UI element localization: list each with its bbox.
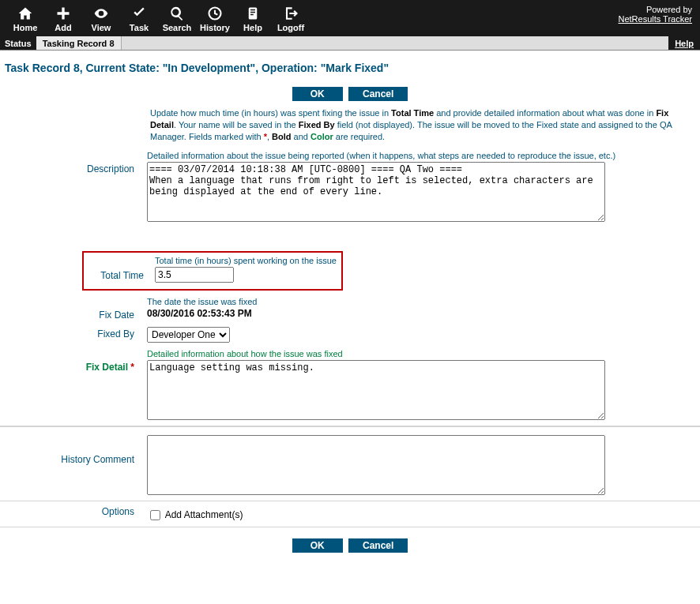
history-comment-textarea[interactable] xyxy=(147,435,605,495)
svg-rect-4 xyxy=(250,13,254,15)
description-hint: Detailed information about the issue bei… xyxy=(147,151,695,160)
logoff-icon xyxy=(282,5,299,22)
ok-button-bottom[interactable]: OK xyxy=(292,538,343,553)
plus-icon xyxy=(55,5,71,22)
home-button[interactable]: Home xyxy=(6,0,44,36)
cancel-button-top[interactable]: Cancel xyxy=(348,87,408,101)
status-tab[interactable]: Status xyxy=(0,36,36,50)
form-table-2: Fix Date The date the issue was fixed 08… xyxy=(0,294,700,527)
sub-toolbar: Status Tasking Record 8 Help xyxy=(0,36,700,51)
record-tab[interactable]: Tasking Record 8 xyxy=(36,36,122,50)
eye-icon xyxy=(92,5,111,22)
cancel-button-bottom[interactable]: Cancel xyxy=(348,538,408,553)
total-time-group: Total Time Total time (in hours) spent w… xyxy=(82,251,343,291)
instructions: Update how much time (in hours) was spen… xyxy=(0,106,700,148)
help-icon xyxy=(246,5,260,22)
history-comment-label: History Comment xyxy=(0,426,142,501)
view-button[interactable]: View xyxy=(82,0,120,36)
task-button[interactable]: Task xyxy=(120,0,158,36)
description-textarea[interactable]: ==== 03/07/2014 10:18:38 AM [UTC-0800] =… xyxy=(147,162,605,222)
check-icon xyxy=(130,5,148,22)
svg-rect-2 xyxy=(250,9,255,10)
add-attachment-checkbox[interactable] xyxy=(150,510,160,520)
search-icon xyxy=(169,5,185,22)
clock-icon xyxy=(207,5,223,22)
total-time-hint: Total time (in hours) spent working on t… xyxy=(155,256,337,265)
powered-by: Powered by NetResults Tracker xyxy=(618,5,692,24)
fix-date-value: 08/30/2016 02:53:43 PM xyxy=(147,308,695,319)
fix-detail-textarea[interactable]: Language setting was missing. xyxy=(147,360,605,420)
search-button[interactable]: Search xyxy=(158,0,196,36)
fix-detail-hint: Detailed information about how the issue… xyxy=(147,349,695,358)
ok-button-top[interactable]: OK xyxy=(292,87,343,101)
form-table: Description Detailed information about t… xyxy=(0,148,700,251)
button-row-bottom: OK Cancel xyxy=(0,538,700,553)
help-button[interactable]: Help xyxy=(234,0,272,36)
fix-date-label: Fix Date xyxy=(0,294,142,324)
page-title: Task Record 8, Current State: "In Develo… xyxy=(0,51,700,82)
fixed-by-select[interactable]: Developer One xyxy=(147,327,230,343)
add-attachment-label: Add Attachment(s) xyxy=(165,509,243,520)
history-button[interactable]: History xyxy=(196,0,234,36)
home-icon xyxy=(17,5,34,22)
fix-date-hint: The date the issue was fixed xyxy=(147,297,695,306)
netresults-link[interactable]: NetResults Tracker xyxy=(618,14,692,24)
total-time-input[interactable] xyxy=(155,267,234,283)
help-link[interactable]: Help xyxy=(668,36,700,50)
fix-detail-label: Fix Detail xyxy=(86,362,128,373)
svg-rect-3 xyxy=(250,11,255,13)
fixed-by-label: Fixed By xyxy=(0,324,142,346)
options-label: Options xyxy=(0,501,142,527)
main-toolbar: Home Add View Task Search History Help xyxy=(0,0,700,36)
logoff-button[interactable]: Logoff xyxy=(272,0,310,36)
total-time-label: Total Time xyxy=(88,270,144,283)
description-label: Description xyxy=(0,148,142,227)
add-button[interactable]: Add xyxy=(44,0,82,36)
button-row-top: OK Cancel xyxy=(0,87,700,101)
